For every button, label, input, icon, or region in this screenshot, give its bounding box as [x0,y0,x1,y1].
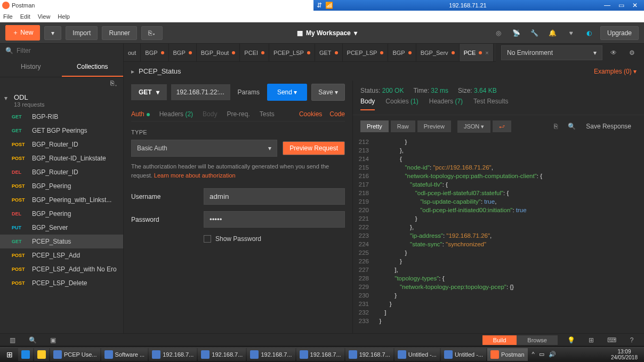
tab[interactable]: PCEI [240,44,269,61]
notifications-icon[interactable]: 🔔 [546,26,560,40]
task-ie[interactable] [18,348,33,361]
help-icon[interactable]: ? [625,333,639,347]
auth-type-select[interactable]: Basic Auth ▾ [131,140,277,157]
filter-input[interactable] [17,47,118,54]
tab[interactable]: PCEP_LSP [343,44,389,61]
taskbar-item[interactable]: 192.168.7... [345,348,393,361]
code-link[interactable]: Code [329,110,345,118]
build-browse-switch[interactable]: Build Browse [482,335,558,345]
env-quicklook-icon[interactable]: 👁 [607,46,621,60]
tab[interactable]: GET [315,44,343,61]
close-icon[interactable]: × [485,50,488,56]
clock[interactable]: 13:09 24/05/2018 [607,349,642,360]
runner-button[interactable]: Runner [102,26,136,40]
view-pretty[interactable]: Pretty [360,120,389,132]
tab[interactable]: BGP [141,44,168,61]
close-button[interactable]: ✕ [630,2,640,9]
view-preview[interactable]: Preview [417,120,451,132]
task-explorer[interactable] [34,348,49,361]
maximize-button[interactable]: ▭ [616,2,626,9]
import-button[interactable]: Import [66,26,98,40]
save-response-button[interactable]: Save Response [581,120,637,133]
bootcamp-icon[interactable]: 💡 [564,333,578,347]
request-item[interactable]: POSTBGP_Peering_with_Linkst... [0,193,123,207]
system-tray[interactable]: ^▭🔊 [529,351,559,358]
tab-auth[interactable]: Auth [131,110,150,118]
taskbar-item[interactable]: 192.168.7... [247,348,295,361]
request-item[interactable]: PUTBGP_Server [0,221,123,235]
wrap-icon[interactable]: ⮐ [493,120,511,132]
show-password-checkbox[interactable] [204,235,211,243]
copy-icon[interactable]: ⎘ [549,119,562,133]
username-field[interactable] [204,188,345,205]
open-new-button[interactable]: ⎘▾ [141,26,163,40]
pin-icon[interactable]: ⇵ [313,2,325,9]
request-item[interactable]: POSTPCEP_LSP_Delete [0,276,123,290]
tab-headers[interactable]: Headers (2) [159,110,193,118]
taskbar-item[interactable]: Untitled -... [441,348,486,361]
resp-tab-cookies[interactable]: Cookies (1) [385,98,418,110]
capture-icon[interactable]: 📡 [510,26,524,40]
taskbar-item[interactable]: Software ... [101,348,148,361]
tab-history[interactable]: History [0,58,62,77]
new-collection-icon[interactable]: ⎘₊ [110,79,118,87]
tab-collections[interactable]: Collections [62,58,124,77]
menu-file[interactable]: File [3,13,13,20]
resp-tab-headers[interactable]: Headers (7) [429,98,463,110]
response-body[interactable]: 212 }213 },214 {215 "node-id": "pcc://19… [353,138,644,333]
tab[interactable]: out [124,44,141,61]
taskbar-item[interactable]: 192.168.7... [296,348,344,361]
tab[interactable]: BGP_Serv [416,44,460,61]
menu-edit[interactable]: Edit [20,13,30,20]
url-input[interactable]: 192.168.71.22:... [171,84,230,100]
layout-icon[interactable]: ⊞ [584,333,598,347]
taskbar-item[interactable]: Untitled -... [395,348,440,361]
request-item[interactable]: DELBGP_Router_ID [0,165,123,179]
request-item[interactable]: POSTPCEP_LSP_Add [0,248,123,262]
menu-view[interactable]: View [38,13,51,20]
heart-icon[interactable]: ♥ [564,26,578,40]
resp-tab-tests[interactable]: Test Results [473,98,508,110]
chevron-right-icon[interactable]: ▸ [131,68,134,75]
tab-prereq[interactable]: Pre-req. [227,110,249,118]
user-icon[interactable]: ◐ [582,26,596,40]
workspace-selector[interactable]: ▦ My Workspace ▾ [297,29,357,37]
tab[interactable]: BGP [388,44,416,61]
menu-help[interactable]: Help [58,13,70,20]
collection-header[interactable]: ▾ ODL 13 requests [0,89,123,110]
env-settings-icon[interactable]: ⚙ [625,46,639,60]
upgrade-button[interactable]: Upgrade [600,26,639,40]
save-button[interactable]: Save ▾ [311,84,345,101]
format-select[interactable]: JSON ▾ [457,120,490,133]
params-button[interactable]: Params [235,84,263,100]
new-button[interactable]: ＋ New [5,25,40,41]
send-button[interactable]: Send ▾ [267,84,307,101]
tab[interactable]: BGP [169,44,197,61]
start-button[interactable]: ⊞ [2,350,17,359]
tab-body[interactable]: Body [203,110,217,118]
taskbar-item[interactable]: PCEP Use... [50,348,100,361]
taskbar-item[interactable]: 192.168.7... [198,348,246,361]
request-item[interactable]: POSTBGP_Router_ID [0,138,123,151]
learn-more-link[interactable]: Learn more about authorization [154,172,236,179]
request-item[interactable]: GETBGP-RIB [0,110,123,124]
sidebar-toggle-icon[interactable]: ▥ [5,333,19,347]
settings-icon[interactable]: 🔧 [528,26,542,40]
preview-request-button[interactable]: Preview Request [283,141,345,155]
request-item[interactable]: GETGET BGP Peerings [0,124,123,138]
search-response-icon[interactable]: 🔍 [565,119,578,133]
tab[interactable]: BGP_Rout [197,44,240,61]
tab[interactable]: PCEP_LSP [269,44,315,61]
request-item[interactable]: POSTPCEP_LSP_Add_with No Ero [0,262,123,276]
environment-selector[interactable]: No Environment ▾ [501,45,602,60]
method-selector[interactable]: GET ▾ [131,84,167,100]
request-item[interactable]: POSTBGP_Router-ID_Linkstate [0,151,123,165]
request-item[interactable]: GETPCEP_Status [0,235,123,248]
console-icon[interactable]: ▣ [46,333,60,347]
tab-tests[interactable]: Tests [260,110,275,118]
request-item[interactable]: DELBGP_Peering [0,207,123,221]
find-icon[interactable]: 🔍 [26,333,39,347]
request-item[interactable]: POSTBGP_Peering [0,179,123,193]
cookies-link[interactable]: Cookies [299,110,322,118]
taskbar-item[interactable]: Postman [487,348,527,361]
